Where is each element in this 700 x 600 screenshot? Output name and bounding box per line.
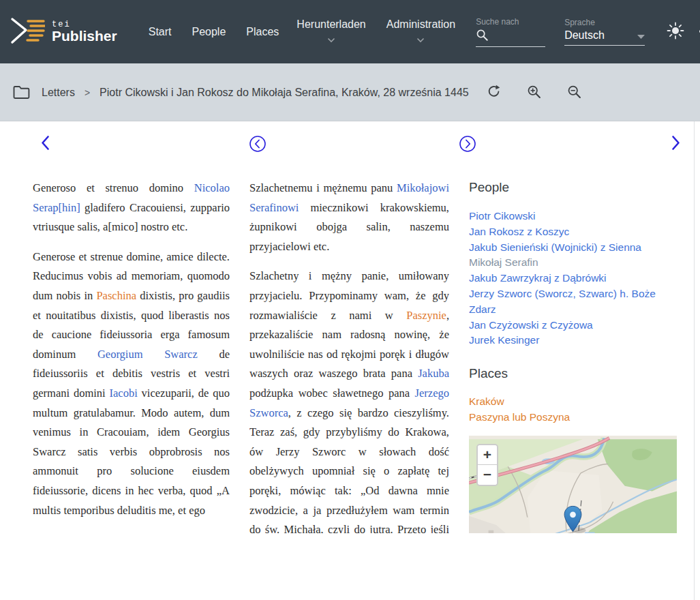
text-run: vicezuparii, de quo multum gratulabamur.…	[33, 387, 230, 517]
nav-people[interactable]: People	[192, 26, 226, 38]
breadcrumb-collection-link[interactable]: Letters	[42, 87, 75, 99]
map-zoom-control: + −	[476, 444, 498, 486]
list-item: Piotr Cikowski	[469, 209, 677, 224]
places-heading: Places	[469, 366, 677, 381]
list-item: Jakub Zawrzykraj z Dąbrówki	[469, 271, 677, 286]
translation-column: Szlachetnemu i mężnemu panu Mikołajowi S…	[249, 179, 449, 533]
language-label: Sprache	[564, 18, 645, 27]
people-list: Piotr Cikowski Jan Rokosz z Koszyc Jakub…	[469, 209, 677, 348]
transcription-paragraph: Generoso et strenuo domino Nicolao Serap…	[33, 179, 230, 237]
places-list: Kraków Paszyna lub Poszyna	[469, 394, 677, 425]
map-zoom-in-button[interactable]: +	[478, 445, 497, 465]
list-item: Jakub Sienieński (Wojnicki) z Sienna	[469, 240, 677, 256]
zoom-in-icon	[527, 85, 541, 101]
person-link[interactable]: Georgium Swarcz	[97, 348, 198, 361]
list-item: Jurek Kesinger	[469, 333, 677, 348]
translation-paragraph: Szlachetnemu i mężnemu panu Mikołajowi S…	[249, 179, 449, 256]
dropdown-arrow-icon	[637, 29, 645, 42]
chevron-down-icon	[416, 33, 425, 46]
people-heading: People	[469, 180, 677, 195]
logo-icon	[10, 16, 45, 48]
logo-publisher: Publisher	[52, 29, 117, 44]
person-link[interactable]: Jan Czyżowski z Czyżowa	[469, 319, 593, 331]
breadcrumb-separator: >	[85, 87, 90, 98]
language-field: Sprache Deutsch	[564, 18, 645, 46]
person-link[interactable]: Mikołaj Serafin	[469, 256, 538, 268]
sun-icon	[667, 22, 684, 42]
person-link[interactable]: Jan Rokosz z Koszyc	[469, 226, 569, 237]
list-item: Jan Rokosz z Koszyc	[469, 224, 677, 240]
list-item: Kraków	[469, 394, 677, 410]
text-run: podżupka wobec sławetnego pana	[249, 387, 415, 400]
map-tiles: Niepołomice Niepolomitz	[469, 436, 677, 533]
place-link[interactable]: Paszyna lub Poszyna	[469, 411, 570, 423]
chevron-down-icon	[327, 33, 335, 46]
zoom-out-icon	[567, 85, 581, 101]
text-run: Generoso et strenuo domino	[33, 181, 194, 194]
person-link[interactable]: Jakub Zawrzykraj z Dąbrówki	[469, 272, 607, 284]
nav-places[interactable]: Places	[246, 26, 279, 38]
search-input[interactable]	[493, 33, 543, 44]
list-item: Paszyna lub Poszyna	[469, 410, 677, 425]
reload-button[interactable]	[484, 82, 504, 104]
scrollbar[interactable]	[694, 121, 700, 600]
person-link[interactable]: Jakuba	[418, 367, 449, 380]
folder-icon	[12, 85, 31, 100]
place-link[interactable]: Paszynie	[406, 309, 446, 322]
breadcrumb-bar: Letters > Piotr Cikowski i Jan Rokosz do…	[0, 63, 700, 121]
map-zoom-out-button[interactable]: −	[478, 465, 497, 485]
document-view: Generoso et strenuo domino Nicolao Serap…	[0, 121, 700, 532]
transcription-column: Generoso et strenuo domino Nicolao Serap…	[33, 179, 230, 533]
search-label: Suche nach	[476, 17, 545, 27]
list-item: Jerzy Szworc (Sworcz, Szwarc) h. Boże Zd…	[469, 286, 677, 318]
person-link[interactable]: Jerzy Szworc (Sworcz, Szwarc) h. Boże Zd…	[469, 288, 656, 315]
text-run: , z czego się bardzo cieszyliśmy. Teraz …	[249, 406, 449, 533]
administration-menu-label: Administration	[386, 18, 455, 31]
list-item: Mikołaj Serafin	[469, 255, 677, 271]
app-header: tei Publisher Start People Places Herunt…	[0, 0, 700, 63]
text-run: Szlachetnemu i mężnemu panu	[249, 181, 397, 194]
person-link[interactable]: Piotr Cikowski	[469, 210, 535, 222]
person-link[interactable]: Iacobi	[110, 387, 138, 400]
main-nav: Start People Places	[149, 26, 279, 38]
tei-publisher-logo[interactable]: tei Publisher	[10, 16, 117, 48]
search-icon	[476, 29, 489, 44]
previous-page-button[interactable]	[39, 134, 52, 152]
refresh-icon	[487, 85, 501, 101]
zoom-out-button[interactable]	[564, 82, 584, 104]
list-item: Jan Czyżowski z Czyżowa	[469, 318, 677, 333]
document-title: Piotr Cikowski i Jan Rokosz do Mikołaja …	[100, 87, 469, 99]
search-field: Suche nach	[476, 17, 545, 47]
administration-menu[interactable]: Administration	[386, 18, 455, 46]
downloads-menu-label: Herunterladen	[296, 18, 365, 31]
nav-start[interactable]: Start	[149, 26, 172, 38]
place-link[interactable]: Kraków	[469, 395, 504, 407]
downloads-menu[interactable]: Herunterladen	[296, 18, 365, 46]
previous-translation-page-button[interactable]	[247, 134, 268, 154]
zoom-in-button[interactable]	[524, 82, 544, 104]
theme-toggle-button[interactable]	[664, 19, 687, 44]
place-link[interactable]: Paschina	[96, 289, 136, 302]
places-map[interactable]: + −	[469, 436, 677, 533]
language-select[interactable]: Deutsch	[564, 29, 645, 46]
register-sidebar: People Piotr Cikowski Jan Rokosz z Koszy…	[469, 179, 677, 533]
next-translation-page-button[interactable]	[457, 134, 478, 154]
transcription-paragraph: Generose et strenue domine, amice dilect…	[33, 247, 230, 520]
person-link[interactable]: Jurek Kesinger	[469, 334, 539, 346]
logo-tei: tei	[52, 20, 117, 29]
translation-paragraph: Szlachetny i mężny panie, umiłowany przy…	[249, 267, 449, 533]
person-link[interactable]: Jakub Sienieński (Wojnicki) z Sienna	[469, 241, 641, 253]
next-page-button[interactable]	[669, 134, 682, 152]
language-value: Deutsch	[564, 29, 605, 42]
